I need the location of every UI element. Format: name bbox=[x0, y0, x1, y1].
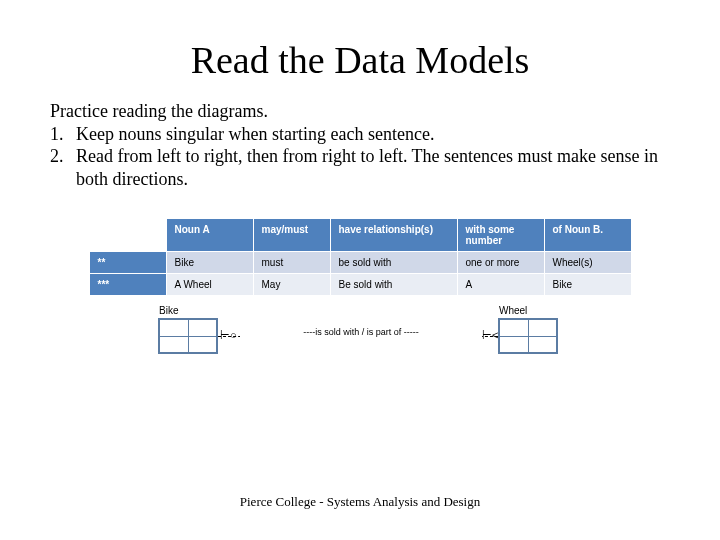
cell: A Wheel bbox=[166, 274, 253, 296]
cardinality-right-icon: ⊢< bbox=[482, 330, 498, 341]
table-row: *** A Wheel May Be sold with A Bike bbox=[89, 274, 631, 296]
header-cell-blank bbox=[89, 219, 166, 252]
cell: Bike bbox=[166, 252, 253, 274]
list-item: 1. Keep nouns singular when starting eac… bbox=[50, 123, 670, 146]
cell: Wheel(s) bbox=[544, 252, 631, 274]
header-cell: have relationship(s) bbox=[330, 219, 457, 252]
cell: Bike bbox=[544, 274, 631, 296]
header-cell: with some number bbox=[457, 219, 544, 252]
intro-line: Practice reading the diagrams. bbox=[50, 100, 670, 123]
header-cell: Noun A bbox=[166, 219, 253, 252]
footer-text: Pierce College - Systems Analysis and De… bbox=[0, 494, 720, 510]
list-number: 1. bbox=[50, 123, 76, 146]
entity-bike: Bike bbox=[158, 318, 218, 354]
cell: Be sold with bbox=[330, 274, 457, 296]
ordered-list: 1. Keep nouns singular when starting eac… bbox=[50, 123, 670, 191]
er-diagram: Bike Wheel ⊢○ ⊢< ----is sold with / is p… bbox=[140, 306, 580, 366]
cell: A bbox=[457, 274, 544, 296]
cell: May bbox=[253, 274, 330, 296]
list-item: 2. Read from left to right, then from ri… bbox=[50, 145, 670, 190]
reading-table: Noun A may/must have relationship(s) wit… bbox=[89, 218, 632, 296]
entity-label: Bike bbox=[159, 305, 178, 316]
list-text: Read from left to right, then from right… bbox=[76, 145, 670, 190]
list-text: Keep nouns singular when starting each s… bbox=[76, 123, 434, 146]
cell: be sold with bbox=[330, 252, 457, 274]
entity-wheel: Wheel bbox=[498, 318, 558, 354]
entity-label: Wheel bbox=[499, 305, 527, 316]
table-header-row: Noun A may/must have relationship(s) wit… bbox=[89, 219, 631, 252]
cell: one or more bbox=[457, 252, 544, 274]
cell: must bbox=[253, 252, 330, 274]
header-cell: of Noun B. bbox=[544, 219, 631, 252]
page-title: Read the Data Models bbox=[50, 38, 670, 82]
row-key: *** bbox=[89, 274, 166, 296]
slide: Read the Data Models Practice reading th… bbox=[0, 0, 720, 540]
relationship-label: ----is sold with / is part of ----- bbox=[240, 327, 482, 337]
body-text: Practice reading the diagrams. 1. Keep n… bbox=[50, 100, 670, 190]
header-cell: may/must bbox=[253, 219, 330, 252]
cardinality-left-icon: ⊢○ bbox=[220, 330, 237, 341]
list-number: 2. bbox=[50, 145, 76, 190]
row-key: ** bbox=[89, 252, 166, 274]
table-row: ** Bike must be sold with one or more Wh… bbox=[89, 252, 631, 274]
